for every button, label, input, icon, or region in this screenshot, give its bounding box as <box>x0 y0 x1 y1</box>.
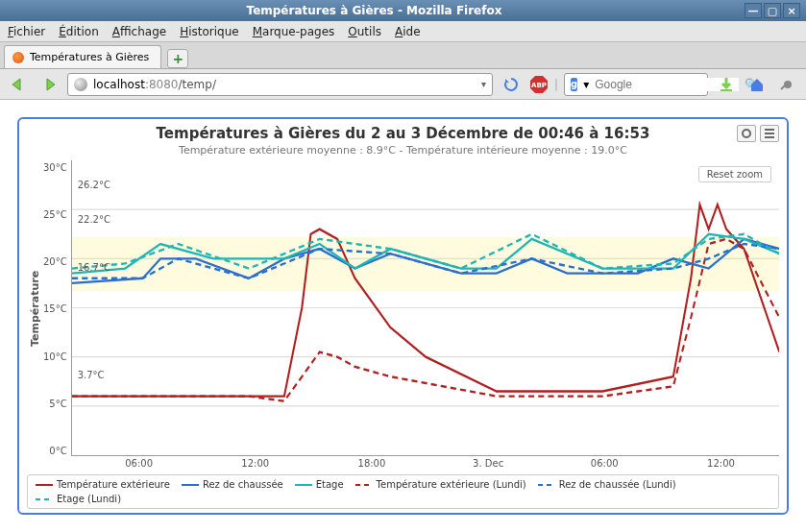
menu-tools[interactable]: Outils <box>348 25 381 38</box>
url-text: localhost:8080/temp/ <box>93 78 216 91</box>
menubar: Fichier Édition Affichage Historique Mar… <box>0 21 806 42</box>
favicon-icon <box>12 52 24 63</box>
globe-icon <box>74 78 87 91</box>
window-title: Températures à Gières - Mozilla Firefox <box>6 4 743 17</box>
back-button[interactable] <box>6 73 31 96</box>
url-box[interactable]: localhost:8080/temp/ ▾ <box>67 73 493 96</box>
menu-help[interactable]: Aide <box>395 25 421 38</box>
legend-label: Température extérieure <box>57 479 170 490</box>
tab-active[interactable]: Températures à Gières <box>4 45 161 68</box>
annotation-band-top: 22.2°C <box>78 214 110 225</box>
x-tick: 06:00 <box>547 458 663 469</box>
tabbar: Températures à Gières + <box>0 42 806 69</box>
svg-point-3 <box>784 81 792 88</box>
new-tab-button[interactable]: + <box>167 49 188 68</box>
legend-swatch <box>295 484 312 486</box>
legend-label: Température extérieure (Lundi) <box>377 479 526 490</box>
svg-rect-2 <box>721 89 732 91</box>
legend-swatch <box>538 484 555 486</box>
legend-item[interactable]: Etage <box>295 479 344 490</box>
window-titlebar: Températures à Gières - Mozilla Firefox … <box>0 0 806 21</box>
legend-swatch <box>36 484 53 486</box>
search-box[interactable]: g ▾ 🔍 <box>564 73 708 96</box>
x-tick: 12:00 <box>663 458 779 469</box>
x-axis: 06:0012:0018:003. Dec06:0012:00 <box>27 458 779 469</box>
maximize-button[interactable]: ▢ <box>764 3 781 18</box>
legend-swatch <box>36 498 53 500</box>
x-tick: 18:00 <box>313 458 429 469</box>
forward-button[interactable] <box>37 73 61 96</box>
menu-file[interactable]: Fichier <box>8 25 45 38</box>
search-engine-dropdown[interactable]: ▾ <box>583 78 589 91</box>
close-button[interactable]: × <box>783 3 800 18</box>
circle-icon <box>742 129 751 138</box>
legend: Température extérieureRez de chausséeEta… <box>27 474 779 509</box>
annotation-min-outer: 3.7°C <box>78 370 105 380</box>
chart-tool-pan[interactable] <box>737 125 756 142</box>
url-dropdown-icon[interactable]: ▾ <box>481 79 486 89</box>
y-tick: 0°C <box>49 446 66 456</box>
legend-swatch <box>182 484 199 486</box>
plot-area: Température 30°C25°C20°C15°C10°C5°C0°C R… <box>27 160 779 456</box>
menu-history[interactable]: Historique <box>180 25 239 38</box>
x-tick: 06:00 <box>81 458 197 469</box>
legend-label: Etage (Lundi) <box>57 494 121 504</box>
x-tick: 3. Dec <box>430 458 547 469</box>
reload-button[interactable] <box>499 73 524 96</box>
x-tick: 12:00 <box>197 458 313 469</box>
home-button[interactable] <box>745 73 769 96</box>
legend-item[interactable]: Etage (Lundi) <box>36 494 121 504</box>
y-axis: 30°C25°C20°C15°C10°C5°C0°C <box>43 160 71 456</box>
legend-label: Rez de chaussée <box>203 479 283 490</box>
y-tick: 30°C <box>43 162 67 173</box>
menu-bookmarks[interactable]: Marque-pages <box>253 25 335 38</box>
menu-view[interactable]: Affichage <box>112 25 166 38</box>
adblock-icon[interactable]: ABP <box>529 75 549 94</box>
y-axis-label: Température <box>27 160 43 456</box>
chart-header: Températures à Gières du 2 au 3 Décembre… <box>27 125 779 157</box>
chart-tool-menu[interactable] <box>760 125 779 142</box>
hamburger-icon <box>765 129 774 138</box>
chart-title: Températures à Gières du 2 au 3 Décembre… <box>27 125 779 142</box>
svg-text:ABP: ABP <box>531 82 547 89</box>
legend-item[interactable]: Rez de chaussée (Lundi) <box>538 479 676 490</box>
chart-card: Températures à Gières du 2 au 3 Décembre… <box>17 117 789 515</box>
annotation-max-outer: 26.2°C <box>78 180 110 190</box>
annotation-band-bottom: 16.7°C <box>78 262 110 273</box>
legend-item[interactable]: Rez de chaussée <box>182 479 283 490</box>
plot[interactable]: Reset zoom 26.2°C 22.2°C 16.7°C 3.7°C <box>71 160 779 456</box>
tab-label: Températures à Gières <box>30 51 149 63</box>
y-tick: 15°C <box>43 303 67 314</box>
legend-label: Etage <box>316 479 344 490</box>
chart-subtitle: Température extérieure moyenne : 8.9°C -… <box>27 144 779 157</box>
y-tick: 20°C <box>43 256 67 267</box>
legend-label: Rez de chaussée (Lundi) <box>559 479 676 490</box>
reset-zoom-button[interactable]: Reset zoom <box>698 166 771 182</box>
menu-edit[interactable]: Édition <box>59 25 99 38</box>
page-content: Températures à Gières du 2 au 3 Décembre… <box>0 100 806 532</box>
legend-item[interactable]: Température extérieure (Lundi) <box>355 479 526 490</box>
downloads-button[interactable] <box>714 73 739 96</box>
y-tick: 10°C <box>43 351 67 362</box>
legend-item[interactable]: Température extérieure <box>36 479 170 490</box>
navbar: localhost:8080/temp/ ▾ ABP | g ▾ 🔍 <box>0 69 806 100</box>
legend-swatch <box>355 484 373 486</box>
y-tick: 5°C <box>49 399 66 409</box>
minimize-button[interactable]: — <box>745 3 762 18</box>
google-icon: g <box>571 78 577 91</box>
addon-button[interactable] <box>775 73 800 96</box>
y-tick: 25°C <box>43 209 67 220</box>
